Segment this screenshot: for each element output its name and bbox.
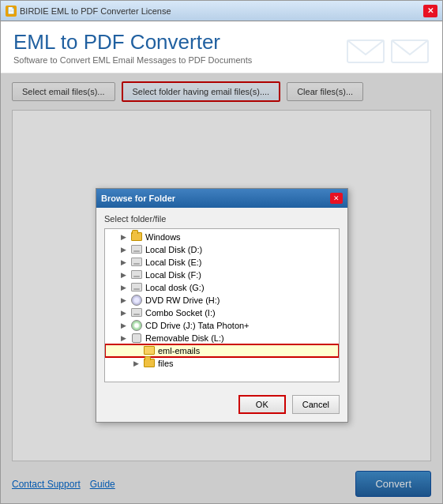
tree-label-diskF: Local Disk (F:) [145, 270, 201, 280]
app-subtitle: Software to Convert EML Email Messages t… [13, 55, 252, 65]
tree-arrow-diskG[interactable]: ▶ [121, 284, 130, 291]
ok-button[interactable]: OK [238, 395, 286, 414]
envelope-icon-2 [390, 34, 430, 64]
app-title: EML to PDF Converter [13, 31, 252, 54]
tree-label-comboI: Combo Socket (I:) [145, 308, 216, 318]
app-icon: 📄 [6, 6, 17, 17]
tree-arrow-diskE[interactable]: ▶ [121, 258, 130, 266]
modal-overlay: Browse for Folder ✕ Select folder/file ▶… [1, 73, 442, 503]
tree-arrow-diskD[interactable]: ▶ [121, 246, 130, 254]
tree-icon-diskE [130, 257, 143, 268]
app-header: EML to PDF Converter Software to Convert… [1, 21, 442, 73]
tree-icon-files [143, 358, 156, 369]
tree-icon-diskD [130, 244, 143, 255]
tree-label-files: files [158, 359, 174, 368]
tree-item-files[interactable]: ▶files [105, 357, 339, 370]
tree-icon-removableL [130, 333, 143, 344]
tree-arrow-files[interactable]: ▶ [133, 359, 143, 367]
dialog-title-bar: Browse for Folder ✕ [96, 189, 347, 208]
tree-icon-diskF [130, 269, 143, 280]
tree-item-emlEmails[interactable]: eml-emails [105, 344, 339, 357]
tree-label-cdJ: CD Drive (J:) Tata Photon+ [145, 321, 250, 330]
title-bar: 📄 BIRDIE EML to PDF Converter License ✕ [1, 1, 442, 21]
dialog-close-button[interactable]: ✕ [330, 193, 343, 204]
tree-icon-emlEmails [143, 345, 156, 356]
envelope-icon-1 [346, 34, 385, 64]
tree-icon-comboI [130, 307, 143, 318]
main-window: 📄 BIRDIE EML to PDF Converter License ✕ … [0, 0, 443, 504]
tree-label-emlEmails: eml-emails [158, 346, 200, 355]
tree-label-diskD: Local Disk (D:) [145, 245, 202, 254]
tree-icon-cdJ [130, 320, 143, 331]
dialog-buttons: OK Cancel [96, 389, 347, 422]
tree-label-diskE: Local Disk (E:) [145, 258, 202, 267]
title-bar-left: 📄 BIRDIE EML to PDF Converter License [6, 6, 171, 17]
tree-icon-diskG [130, 282, 143, 293]
tree-item-cdJ[interactable]: ▶CD Drive (J:) Tata Photon+ [105, 319, 339, 332]
tree-item-windows[interactable]: ▶Windows [105, 231, 339, 243]
tree-item-diskF[interactable]: ▶Local Disk (F:) [105, 269, 339, 281]
cancel-button[interactable]: Cancel [292, 395, 340, 414]
tree-item-diskE[interactable]: ▶Local Disk (E:) [105, 256, 339, 269]
tree-item-diskD[interactable]: ▶Local Disk (D:) [105, 243, 339, 256]
tree-label-diskG: Local dosk (G:) [145, 283, 205, 292]
tree-item-diskG[interactable]: ▶Local dosk (G:) [105, 281, 339, 294]
tree-arrow-comboI[interactable]: ▶ [121, 309, 130, 317]
tree-arrow-diskF[interactable]: ▶ [121, 271, 130, 279]
title-bar-text: BIRDIE EML to PDF Converter License [20, 6, 171, 16]
browse-folder-dialog: Browse for Folder ✕ Select folder/file ▶… [96, 188, 348, 423]
tree-icon-windows [130, 231, 143, 243]
tree-icon-dvdH [130, 295, 143, 306]
header-decoration [346, 34, 430, 64]
app-body: Select email files(s)... Select folder h… [1, 73, 442, 503]
tree-item-dvdH[interactable]: ▶DVD RW Drive (H:) [105, 294, 339, 307]
tree-arrow-removableL[interactable]: ▶ [121, 334, 130, 342]
tree-label-windows: Windows [145, 232, 181, 242]
window-close-button[interactable]: ✕ [423, 5, 437, 17]
tree-arrow-dvdH[interactable]: ▶ [121, 296, 130, 304]
tree-arrow-windows[interactable]: ▶ [121, 233, 130, 241]
dialog-content: Select folder/file ▶Windows▶Local Disk (… [96, 208, 347, 389]
tree-item-removableL[interactable]: ▶Removable Disk (L:) [105, 332, 339, 344]
dialog-title: Browse for Folder [101, 194, 175, 203]
dialog-label: Select folder/file [104, 214, 340, 224]
tree-label-dvdH: DVD RW Drive (H:) [145, 295, 220, 305]
tree-arrow-cdJ[interactable]: ▶ [121, 322, 130, 329]
tree-label-removableL: Removable Disk (L:) [145, 333, 224, 343]
tree-item-comboI[interactable]: ▶Combo Socket (I:) [105, 307, 339, 319]
folder-tree[interactable]: ▶Windows▶Local Disk (D:)▶Local Disk (E:)… [104, 228, 340, 382]
